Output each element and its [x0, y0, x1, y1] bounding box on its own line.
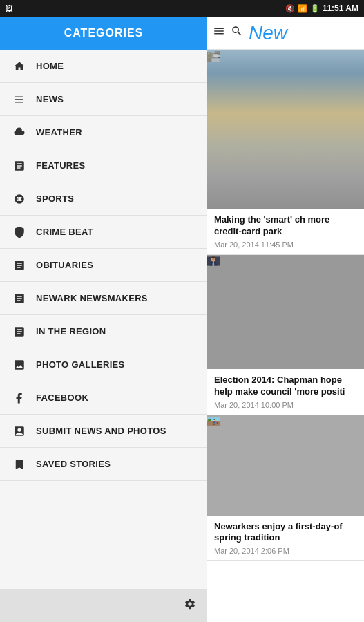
news-icon	[11, 91, 28, 108]
svg-rect-50	[213, 423, 214, 424]
features-icon	[11, 158, 28, 174]
menu-label-saved-stories: SAVED STORIES	[36, 459, 111, 469]
menu-label-weather: WEATHER	[36, 127, 82, 138]
svg-rect-12	[218, 52, 219, 53]
menu-label-features: FEATURES	[36, 160, 86, 171]
article-1-date: Mar 20, 2014 11:45 PM	[214, 241, 357, 249]
menu-item-features[interactable]: FEATURES	[0, 149, 207, 182]
menu-label-photo-galleries: PHOTO GALLERIES	[36, 359, 125, 370]
menu-label-crime-beat: CRIME BEAT	[36, 227, 93, 237]
menu-item-home[interactable]: HOME	[0, 50, 207, 83]
status-bar: 🖼 🔇 📶 🔋 11:51 AM	[0, 0, 364, 17]
facebook-icon	[11, 390, 28, 406]
submit-news-icon	[11, 423, 28, 440]
menu-label-facebook: FACEBOOK	[36, 393, 88, 403]
svg-rect-4	[208, 53, 209, 53]
hamburger-menu-icon[interactable]	[213, 25, 225, 41]
wifi-icon: 📶	[298, 4, 307, 13]
article-3-text-block[interactable]: Newarkers enjoy a first-day-of spring tr…	[207, 516, 364, 562]
svg-rect-41	[207, 424, 220, 424]
menu-item-facebook[interactable]: FACEBOOK	[0, 381, 207, 415]
svg-rect-5	[209, 53, 209, 53]
menu-label-newark-newsmakers: NEWARK NEWSMAKERS	[36, 293, 148, 303]
article-1-text-block[interactable]: Making the 'smart' ch more credit-card p…	[207, 209, 364, 255]
search-icon[interactable]	[231, 25, 243, 41]
svg-point-18	[213, 57, 214, 57]
menu-item-crime-beat[interactable]: CRIME BEAT	[0, 216, 207, 249]
article-3-image[interactable]	[207, 415, 364, 516]
obituaries-icon	[11, 257, 28, 274]
menu-label-obituaries: OBITUARIES	[36, 260, 93, 270]
saved-stories-icon	[11, 456, 28, 473]
menu-label-in-the-region: IN THE REGION	[36, 326, 106, 337]
svg-rect-55	[217, 421, 218, 423]
battery-icon: 🔋	[310, 4, 320, 13]
categories-header: CATEGORIES	[0, 17, 207, 50]
svg-rect-46	[213, 421, 215, 423]
article-2-date: Mar 20, 2014 10:00 PM	[214, 401, 357, 409]
news-content: Making the 'smart' ch more credit-card p…	[207, 50, 364, 622]
status-time: 11:51 AM	[323, 3, 358, 13]
article-2-headline: Election 2014: Chapman hope help make co…	[214, 375, 357, 398]
menu-item-photo-galleries[interactable]: PHOTO GALLERIES	[0, 348, 207, 381]
svg-rect-7	[208, 53, 209, 54]
svg-point-45	[213, 419, 215, 420]
left-panel: CATEGORIES HOME NEWS WEATHER	[0, 17, 207, 622]
left-bottom-bar	[0, 589, 207, 622]
menu-items-list: HOME NEWS WEATHER FEATURES	[0, 50, 207, 589]
menu-label-news: NEWS	[36, 94, 64, 104]
svg-rect-6	[210, 53, 211, 53]
article-2-image[interactable]	[207, 255, 364, 369]
menu-label-sports: SPORTS	[36, 194, 74, 204]
photo-galleries-icon	[11, 357, 28, 373]
menu-item-in-the-region[interactable]: IN THE REGION	[0, 315, 207, 348]
svg-point-53	[214, 424, 215, 425]
menu-item-news[interactable]: NEWS	[0, 83, 207, 116]
article-3-date: Mar 20, 2014 2:06 PM	[214, 547, 357, 555]
image-icon: 🖼	[6, 4, 13, 12]
svg-rect-51	[215, 423, 215, 424]
svg-point-32	[214, 259, 215, 260]
news-header-title: New	[249, 22, 358, 44]
svg-rect-22	[213, 58, 218, 59]
svg-rect-16	[213, 54, 218, 55]
categories-title: CATEGORIES	[64, 27, 144, 39]
svg-rect-9	[215, 52, 216, 53]
right-panel: New	[207, 17, 364, 622]
menu-item-obituaries[interactable]: OBITUARIES	[0, 249, 207, 282]
sports-icon	[11, 191, 28, 207]
article-2-text-block[interactable]: Election 2014: Chapman hope help make co…	[207, 369, 364, 415]
svg-point-43	[209, 418, 211, 420]
svg-rect-47	[213, 421, 213, 422]
menu-item-newark-newsmakers[interactable]: NEWARK NEWSMAKERS	[0, 282, 207, 315]
signal-mute-icon: 🔇	[285, 4, 295, 13]
svg-rect-11	[218, 52, 218, 53]
crime-beat-icon	[11, 224, 28, 241]
svg-point-20	[218, 57, 219, 57]
newark-newsmakers-icon	[11, 290, 28, 307]
menu-item-sports[interactable]: SPORTS	[0, 182, 207, 216]
home-icon	[11, 58, 28, 75]
article-1-headline: Making the 'smart' ch more credit-card p…	[214, 214, 357, 238]
svg-rect-8	[209, 53, 209, 54]
news-header: New	[207, 17, 364, 50]
svg-rect-49	[215, 421, 216, 422]
svg-point-29	[211, 256, 215, 258]
menu-item-saved-stories[interactable]: SAVED STORIES	[0, 448, 207, 481]
main-layout: CATEGORIES HOME NEWS WEATHER	[0, 17, 364, 622]
settings-icon[interactable]	[184, 598, 199, 613]
menu-item-weather[interactable]: WEATHER	[0, 116, 207, 149]
svg-point-54	[217, 420, 218, 421]
svg-point-31	[212, 259, 213, 260]
article-1-image[interactable]	[207, 50, 364, 209]
svg-rect-10	[216, 52, 217, 53]
in-the-region-icon	[11, 323, 28, 340]
menu-item-submit-news[interactable]: SUBMIT NEWS AND PHOTOS	[0, 415, 207, 448]
svg-point-52	[213, 424, 214, 425]
menu-label-submit-news: SUBMIT NEWS AND PHOTOS	[36, 426, 166, 436]
weather-icon	[11, 124, 28, 141]
street-scene	[207, 50, 364, 209]
menu-label-home: HOME	[36, 61, 64, 71]
article-3-headline: Newarkers enjoy a first-day-of spring tr…	[214, 521, 357, 545]
